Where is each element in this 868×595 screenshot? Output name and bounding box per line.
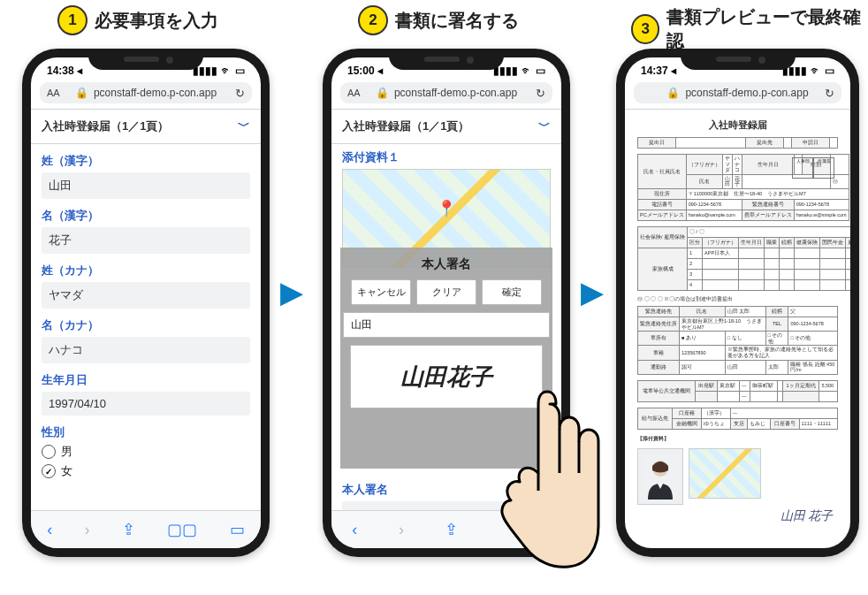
signature-print: 山田 花子 — [637, 508, 838, 524]
lock-icon: 🔒 — [75, 87, 88, 99]
battery-icon: ▭ — [536, 65, 545, 77]
signature-modal: 本人署名 キャンセル クリア 確定 山田 山田花子 — [340, 248, 552, 469]
form-scroll[interactable]: 姓（漢字） 山田 名（漢字） 花子 姓（カナ） ヤマダ 名（カナ） ハナコ 生年… — [31, 144, 261, 493]
divider — [331, 143, 561, 144]
chevron-down-icon: ﹀ — [538, 118, 551, 134]
doc-table-commute: 電車等公共交通機関 出発駅東京駅—御茶町駅1ヶ月定期代5,500 — — [637, 380, 838, 402]
sign-line: ㊞ 〇 〇 〇 ※〇の場合は別途申請書提出 — [637, 296, 838, 302]
input-mei-kana[interactable]: ハナコ — [42, 337, 250, 363]
wifi-icon: ᯤ — [221, 65, 232, 77]
chevron-down-icon: ﹀ — [238, 118, 250, 134]
label-mei-kanji: 名（漢字） — [42, 208, 250, 224]
phone-1: 14:38 ◂ ▮▮▮▮ ᯤ ▭ AA 🔒 pconstaff-demo.p-c… — [22, 49, 270, 557]
dropdown-label: 入社時登録届（1／1頁） — [342, 118, 469, 134]
attachment-label: 添付資料１ — [342, 149, 551, 165]
label-mei-kana: 名（カナ） — [42, 317, 250, 333]
lock-icon: 🔒 — [666, 87, 680, 99]
battery-icon: ▭ — [825, 65, 834, 77]
step-1-header: 1 必要事項を入力 — [57, 5, 218, 35]
url-bar[interactable]: AA 🔒 pconstaff-demo.p-con.app ↻ — [40, 82, 252, 103]
doc-title: 入社時登録届 — [637, 118, 838, 132]
radio-female-label: 女 — [61, 463, 72, 479]
notch-icon — [681, 49, 796, 70]
text-size-button[interactable]: AA — [47, 88, 60, 98]
step-2-header: 2 書類に署名する — [358, 5, 519, 35]
bookmarks-icon[interactable]: ▢▢ — [167, 520, 197, 539]
url-text: pconstaff-demo.p-con.app — [685, 87, 808, 99]
phone-2: 15:00 ◂ ▮▮▮▮ ᯤ ▭ AA 🔒 pconstaff-demo.p-c… — [323, 49, 570, 557]
map-pin-icon: 📍 — [437, 199, 456, 218]
stamp-box: 所属長 — [813, 157, 834, 179]
share-icon[interactable]: ⇪ — [122, 520, 135, 539]
reload-icon[interactable]: ↻ — [825, 87, 834, 100]
label-dob: 生年月日 — [42, 372, 250, 388]
doc-table-kin: 緊急連絡先氏名山田 太郎続柄父 緊急連絡先住所東京都台東区上野1-18-10 う… — [637, 306, 838, 375]
nav-back-icon[interactable]: ‹ — [47, 521, 52, 539]
url-text: pconstaff-demo.p-con.app — [394, 87, 517, 99]
input-sei-kana[interactable]: ヤマダ — [42, 282, 250, 309]
input-sei-kanji[interactable]: 山田 — [42, 172, 250, 199]
browser-toolbar: ‹ › ⇪ — [331, 510, 561, 548]
url-text: pconstaff-demo.p-con.app — [94, 87, 217, 99]
input-mei-kanji[interactable]: 花子 — [42, 227, 250, 254]
page-select-dropdown[interactable]: 入社時登録届（1／1頁） ﹀ — [331, 110, 561, 143]
wifi-icon: ᯤ — [811, 65, 821, 77]
label-sei-kanji: 姓（漢字） — [42, 153, 250, 169]
dropdown-label: 入社時登録届（1／1頁） — [42, 118, 169, 134]
wifi-icon: ᯤ — [522, 65, 532, 77]
clear-button[interactable]: クリア — [416, 279, 476, 305]
doc-table-social: 社会保険/ 雇用保険〇 / 〇 区分（フリガナ）生年月日職業続柄健康保険国民年金… — [637, 226, 850, 291]
arrow-2-icon: ▶ — [581, 274, 604, 309]
clock: 14:37 ◂ — [641, 65, 676, 77]
attach-heading: 【添付資料】 — [637, 435, 838, 443]
confirm-button[interactable]: 確定 — [482, 279, 542, 305]
step-2-badge: 2 — [358, 5, 388, 35]
doc-table-bank: 給与振込先口座種（漢字）— 金融機関ゆうちょ支店もみじ口座番号1111・1111… — [637, 408, 838, 430]
step-1-title: 必要事項を入力 — [95, 9, 218, 33]
nav-forward-icon: › — [399, 521, 404, 539]
reload-icon[interactable]: ↻ — [536, 87, 545, 100]
document-preview[interactable]: 人事部 所属長 入社時登録届 提出日提出先申請日 氏名・社員氏名（フリガナ）ヤマ… — [625, 110, 850, 531]
page-select-dropdown[interactable]: 入社時登録届（1／1頁） ﹀ — [31, 110, 261, 143]
nav-back-icon[interactable]: ‹ — [352, 521, 357, 539]
arrow-1-icon: ▶ — [280, 274, 303, 309]
url-bar[interactable]: AA 🔒 pconstaff-demo.p-con.app ↻ — [340, 82, 552, 103]
battery-icon: ▭ — [235, 65, 245, 77]
tabs-icon[interactable]: ▭ — [230, 520, 245, 539]
clock: 14:38 ◂ — [47, 65, 82, 77]
share-icon[interactable]: ⇪ — [445, 520, 458, 539]
step-3-header: 3 書類プレビューで最終確認 — [631, 5, 868, 53]
radio-male[interactable]: 男 — [42, 444, 250, 460]
approval-stamp-boxes: 人事部 所属長 — [792, 157, 834, 179]
nav-forward-icon: › — [85, 521, 90, 539]
radio-checked-icon — [42, 464, 56, 478]
step-2-title: 書類に署名する — [395, 9, 519, 33]
map-thumbnail — [689, 448, 761, 499]
step-3-title: 書類プレビューで最終確認 — [666, 5, 868, 53]
browser-toolbar: ‹ › ⇪ ▢▢ ▭ — [31, 510, 261, 548]
stamp-box: 人事部 — [792, 157, 813, 179]
radio-female[interactable]: 女 — [42, 463, 250, 479]
text-size-button[interactable]: AA — [347, 88, 361, 98]
notch-icon — [389, 49, 504, 70]
doc-table-head: 提出日提出先申請日 — [637, 137, 838, 149]
step-1-badge: 1 — [57, 5, 88, 35]
radio-unchecked-icon — [42, 445, 56, 459]
id-photo — [637, 448, 683, 505]
input-dob[interactable]: 1997/04/10 — [42, 392, 250, 416]
radio-male-label: 男 — [61, 444, 72, 460]
label-gender: 性別 — [42, 424, 250, 440]
portrait-icon — [643, 454, 678, 500]
signature-pad[interactable]: 山田花子 — [350, 345, 543, 408]
phone-3: 14:37 ◂ ▮▮▮▮ ᯤ ▭ 🔒 pconstaff-demo.p-con.… — [616, 49, 859, 557]
clock: 15:00 ◂ — [347, 65, 383, 77]
modal-title: 本人署名 — [422, 256, 471, 272]
step-3-badge: 3 — [631, 14, 659, 44]
reload-icon[interactable]: ↻ — [235, 87, 245, 100]
cancel-button[interactable]: キャンセル — [351, 279, 411, 305]
lock-icon: 🔒 — [376, 87, 389, 99]
url-bar[interactable]: 🔒 pconstaff-demo.p-con.app ↻ — [634, 82, 841, 103]
name-preview: 山田 — [343, 312, 550, 338]
attachments-row — [637, 448, 838, 505]
signature-field-label: 本人署名 — [342, 482, 551, 498]
